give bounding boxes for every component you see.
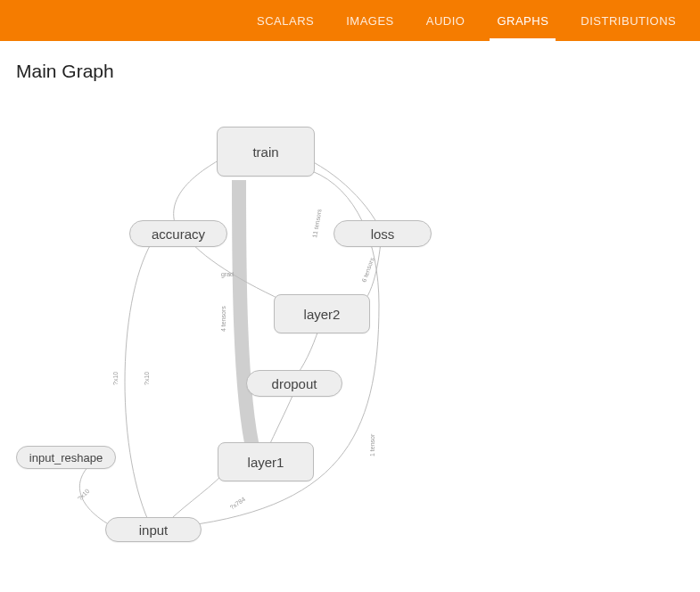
svg-text:6 tensors: 6 tensors (360, 256, 375, 283)
svg-text:?x10: ?x10 (144, 372, 150, 385)
graph-canvas[interactable]: grad 4 tensors 11 tensors 6 tensors ?x10… (0, 82, 700, 581)
svg-text:11 tensors: 11 tensors (311, 208, 323, 238)
svg-text:?x10: ?x10 (77, 488, 91, 502)
tab-graphs[interactable]: GRAPHS (481, 0, 564, 41)
svg-text:?x10: ?x10 (112, 372, 119, 385)
node-dropout[interactable]: dropout (246, 370, 342, 397)
node-input-reshape[interactable]: input_reshape (16, 446, 116, 469)
node-layer1[interactable]: layer1 (218, 442, 314, 481)
node-loss[interactable]: loss (334, 220, 432, 247)
svg-text:grad: grad (221, 271, 234, 278)
svg-text:4 tensors: 4 tensors (220, 306, 226, 332)
header-tabs: SCALARS IMAGES AUDIO GRAPHS DISTRIBUTION… (0, 0, 700, 41)
node-layer2[interactable]: layer2 (274, 294, 370, 333)
svg-text:1 tensor: 1 tensor (369, 433, 375, 456)
node-input[interactable]: input (105, 517, 202, 542)
node-accuracy[interactable]: accuracy (129, 220, 227, 247)
tab-distributions[interactable]: DISTRIBUTIONS (564, 0, 692, 41)
node-train[interactable]: train (217, 127, 315, 177)
tab-scalars[interactable]: SCALARS (241, 0, 330, 41)
tab-audio[interactable]: AUDIO (410, 0, 482, 41)
tab-images[interactable]: IMAGES (330, 0, 410, 41)
svg-text:?x784: ?x784 (229, 496, 247, 511)
page-title: Main Graph (16, 61, 700, 82)
